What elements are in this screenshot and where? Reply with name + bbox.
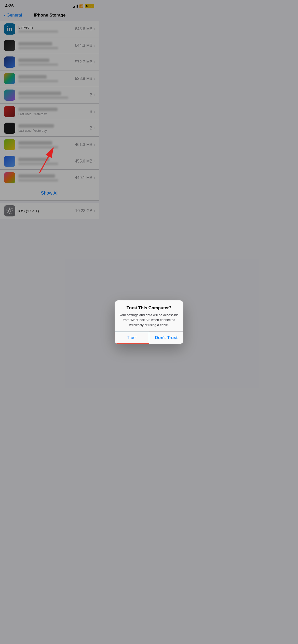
overlay: Trust This Computer? Your settings and d…: [0, 0, 99, 219]
